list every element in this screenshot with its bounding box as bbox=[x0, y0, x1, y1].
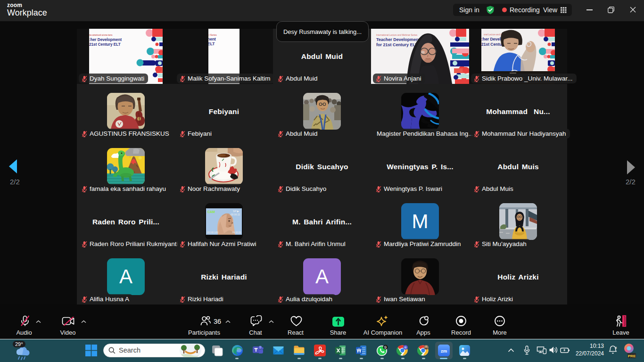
svg-text:F4 00:20: F4 00:20 bbox=[232, 231, 241, 234]
svg-text:z: z bbox=[615, 346, 617, 349]
svg-text:Teacher Development: Teacher Development bbox=[376, 37, 420, 42]
svg-text:SP ▶: SP ▶ bbox=[233, 210, 239, 213]
svg-text::her Development: :her Development bbox=[89, 38, 122, 42]
svg-text:nent: nent bbox=[208, 37, 216, 41]
svg-text:21st Century ELT: 21st Century ELT bbox=[89, 42, 121, 47]
svg-text:r Series: r Series bbox=[209, 34, 217, 36]
svg-text:na ametsed uiona tans: na ametsed uiona tans bbox=[89, 34, 113, 36]
svg-text:PRE: PRE bbox=[628, 354, 636, 358]
svg-text:zm: zm bbox=[441, 348, 447, 354]
svg-text:ISO 80 1/60: ISO 80 1/60 bbox=[207, 231, 219, 234]
svg-text:ELT: ELT bbox=[208, 41, 215, 46]
svg-text:CAM: CAM bbox=[207, 210, 215, 214]
svg-text:9: 9 bbox=[384, 345, 387, 350]
svg-text:International Lecture and Webi: International Lecture and Webinar Series bbox=[376, 34, 418, 36]
svg-text:-00 06 22: -00 06 22 bbox=[230, 213, 240, 216]
svg-text:for 21st Century ELT: for 21st Century ELT bbox=[376, 42, 418, 47]
